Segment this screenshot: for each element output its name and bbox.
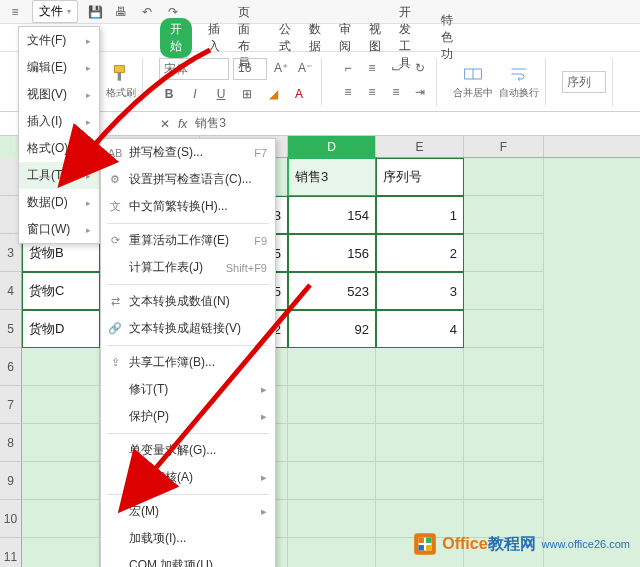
- row-header-11[interactable]: 11: [0, 538, 22, 567]
- file-menu-dropdown: 文件(F)▸编辑(E)▸视图(V)▸插入(I)▸格式(O)▸工具(T)▸数据(D…: [18, 26, 100, 244]
- tools-menu-item[interactable]: ⚙设置拼写检查语言(C)...: [101, 166, 275, 193]
- cell-d5[interactable]: 92: [288, 310, 376, 348]
- align-center-icon[interactable]: ≡: [362, 82, 382, 102]
- increase-font-icon[interactable]: A⁺: [271, 58, 291, 78]
- merge-button[interactable]: 合并居中: [453, 64, 493, 100]
- file-menu-item[interactable]: 数据(D)▸: [19, 189, 99, 216]
- tools-submenu: AB拼写检查(S)...F7⚙设置拼写检查语言(C)...文中文简繁转换(H).…: [100, 138, 276, 567]
- svg-rect-0: [114, 65, 124, 72]
- indent-icon[interactable]: ⇥: [410, 82, 430, 102]
- cell-d3[interactable]: 156: [288, 234, 376, 272]
- align-top-icon[interactable]: ⌐: [338, 58, 358, 78]
- cell-d4[interactable]: 523: [288, 272, 376, 310]
- cell-e1[interactable]: 序列号: [376, 158, 464, 196]
- file-menu-item[interactable]: 工具(T)▸: [19, 162, 99, 189]
- tab-formula[interactable]: 公式: [277, 17, 293, 59]
- tools-menu-item[interactable]: 宏(M)▸: [101, 498, 275, 525]
- svg-rect-8: [419, 545, 424, 550]
- watermark: Office教程网 www.office26.com: [412, 531, 630, 557]
- file-menu-item[interactable]: 文件(F)▸: [19, 27, 99, 54]
- decrease-font-icon[interactable]: A⁻: [295, 58, 315, 78]
- cell-a5[interactable]: 货物D: [22, 310, 100, 348]
- align-middle-icon[interactable]: ≡: [362, 58, 382, 78]
- svg-rect-7: [426, 538, 431, 543]
- border-button[interactable]: ⊞: [237, 84, 257, 104]
- tools-menu-item[interactable]: 保护(P)▸: [101, 403, 275, 430]
- cell-e2[interactable]: 1: [376, 196, 464, 234]
- tools-menu-item[interactable]: AB拼写检查(S)...F7: [101, 139, 275, 166]
- cell-e5[interactable]: 4: [376, 310, 464, 348]
- tools-menu-item[interactable]: 修订(T)▸: [101, 376, 275, 403]
- tools-menu-item[interactable]: 公式审核(A)▸: [101, 464, 275, 491]
- tools-menu-item[interactable]: COM 加载项(U)...: [101, 552, 275, 567]
- font-name-select[interactable]: 宋体: [159, 58, 229, 80]
- file-menu-button[interactable]: 文件 ▾: [32, 0, 78, 23]
- file-menu-item[interactable]: 窗口(W)▸: [19, 216, 99, 243]
- row-header-7[interactable]: 7: [0, 386, 22, 424]
- align-bottom-icon[interactable]: ⌙: [386, 58, 406, 78]
- tools-menu-item[interactable]: 单变量求解(G)...: [101, 437, 275, 464]
- cancel-icon[interactable]: ✕: [160, 117, 170, 131]
- col-header-f[interactable]: F: [464, 136, 544, 157]
- bold-button[interactable]: B: [159, 84, 179, 104]
- font-size-select[interactable]: 16: [233, 58, 267, 80]
- chevron-down-icon: ▾: [67, 7, 71, 16]
- underline-button[interactable]: U: [211, 84, 231, 104]
- row-header-9[interactable]: 9: [0, 462, 22, 500]
- svg-rect-6: [419, 538, 424, 543]
- tab-start[interactable]: 开始: [160, 18, 192, 58]
- tools-menu-item[interactable]: ⇄文本转换成数值(N): [101, 288, 275, 315]
- orientation-icon[interactable]: ↻: [410, 58, 430, 78]
- svg-rect-9: [426, 545, 431, 550]
- tab-review[interactable]: 审阅: [337, 17, 353, 59]
- tools-menu-item[interactable]: 计算工作表(J)Shift+F9: [101, 254, 275, 281]
- file-menu-item[interactable]: 插入(I)▸: [19, 108, 99, 135]
- file-menu-item[interactable]: 编辑(E)▸: [19, 54, 99, 81]
- fill-color-button[interactable]: ◢: [263, 84, 283, 104]
- file-menu-item[interactable]: 格式(O)▸: [19, 135, 99, 162]
- align-right-icon[interactable]: ≡: [386, 82, 406, 102]
- row-header-8[interactable]: 8: [0, 424, 22, 462]
- tools-menu-item[interactable]: 🔗文本转换成超链接(V): [101, 315, 275, 342]
- row-header-10[interactable]: 10: [0, 500, 22, 538]
- cell-d2[interactable]: 154: [288, 196, 376, 234]
- align-left-icon[interactable]: ≡: [338, 82, 358, 102]
- row-header-4[interactable]: 4: [0, 272, 22, 310]
- file-menu-item[interactable]: 视图(V)▸: [19, 81, 99, 108]
- wrap-button[interactable]: 自动换行: [499, 64, 539, 100]
- font-color-button[interactable]: A: [289, 84, 309, 104]
- row-header-6[interactable]: 6: [0, 348, 22, 386]
- cell-d1[interactable]: 销售3: [288, 158, 376, 196]
- formula-value[interactable]: 销售3: [195, 115, 226, 132]
- tab-view[interactable]: 视图: [367, 17, 383, 59]
- tools-menu-item[interactable]: ⇪共享工作簿(B)...: [101, 349, 275, 376]
- row-header-5[interactable]: 5: [0, 310, 22, 348]
- menu-icon[interactable]: ≡: [6, 3, 24, 21]
- svg-rect-1: [118, 72, 121, 80]
- number-format-select[interactable]: 序列: [562, 71, 606, 93]
- fx-icon[interactable]: fx: [178, 117, 187, 131]
- cell-e3[interactable]: 2: [376, 234, 464, 272]
- save-icon[interactable]: 💾: [86, 3, 104, 21]
- tools-menu-item[interactable]: ⟳重算活动工作簿(E)F9: [101, 227, 275, 254]
- col-header-e[interactable]: E: [376, 136, 464, 157]
- print-icon[interactable]: 🖶: [112, 3, 130, 21]
- tab-insert[interactable]: 插入: [206, 17, 222, 59]
- file-label: 文件: [39, 3, 63, 20]
- tab-data[interactable]: 数据: [307, 17, 323, 59]
- undo-icon[interactable]: ↶: [138, 3, 156, 21]
- cell-a4[interactable]: 货物C: [22, 272, 100, 310]
- tools-menu-item[interactable]: 文中文简繁转换(H)...: [101, 193, 275, 220]
- tools-menu-item[interactable]: 加载项(I)...: [101, 525, 275, 552]
- italic-button[interactable]: I: [185, 84, 205, 104]
- cell-e4[interactable]: 3: [376, 272, 464, 310]
- col-header-d[interactable]: D: [288, 136, 376, 157]
- format-brush-button[interactable]: 格式刷: [106, 64, 136, 100]
